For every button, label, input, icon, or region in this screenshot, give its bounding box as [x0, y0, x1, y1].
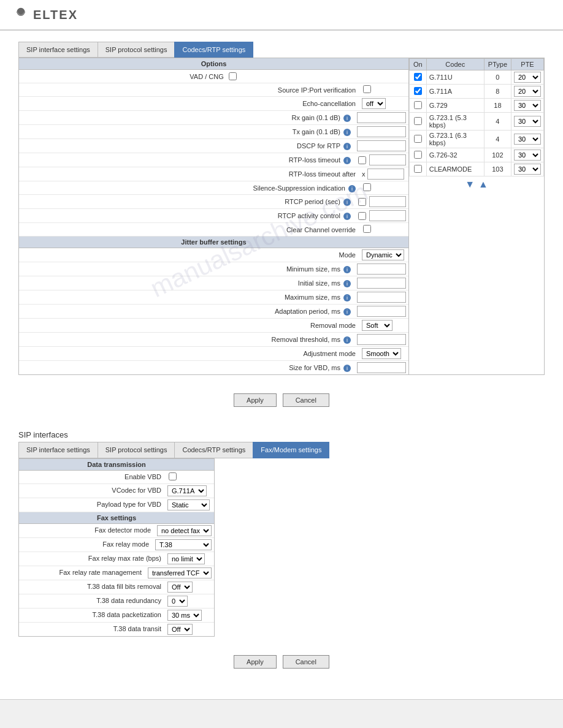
fax-relay-select[interactable]: T.38 Pass-through	[155, 539, 212, 550]
codec-checkbox-6[interactable]	[414, 165, 422, 173]
tab-codecs-rtp-2[interactable]: Codecs/RTP settings	[174, 442, 253, 458]
t38-packet-select[interactable]: 30 ms 10 ms 20 ms	[167, 610, 202, 621]
payload-row: Payload type for VBD Static Dynamic	[19, 498, 214, 512]
enable-vbd-checkbox[interactable]	[169, 472, 177, 480]
codec-checkbox-1[interactable]	[414, 87, 422, 95]
rtp-loss-info-icon[interactable]: i	[343, 157, 351, 164]
rx-gain-info-icon[interactable]: i	[343, 115, 351, 122]
codec-checkbox-5[interactable]	[414, 151, 422, 159]
mode-select[interactable]: Dynamic Static Adaptive	[362, 249, 404, 260]
t38-redund-select[interactable]: 0 1 2	[167, 596, 188, 607]
tab-sip-interface-1[interactable]: SIP interface settings	[18, 42, 98, 58]
section2-button-row: Apply Cancel	[18, 649, 545, 675]
size-vbd-input[interactable]: 0	[357, 362, 406, 373]
fax-relay-max-select[interactable]: no limit 2400 4800 9600 14400	[167, 553, 205, 564]
rtcp-period-checkbox[interactable]	[358, 198, 366, 206]
fax-relay-rate-select[interactable]: transferred TCF local TCF	[148, 567, 212, 578]
init-size-input[interactable]: 0	[357, 278, 406, 289]
fax-detector-select[interactable]: no detect fax detect fax	[157, 525, 212, 536]
adapt-period-label: Adaptation period, ms i	[19, 306, 354, 317]
dscp-info-icon[interactable]: i	[343, 143, 351, 150]
size-vbd-info-icon[interactable]: i	[343, 365, 351, 372]
init-size-row: Initial size, ms i 0	[19, 276, 408, 290]
payload-select[interactable]: Static Dynamic	[167, 499, 210, 510]
tx-gain-info-icon[interactable]: i	[343, 129, 351, 136]
rtcp-activity-input[interactable]: 0	[369, 210, 406, 221]
section2-cancel-button[interactable]: Cancel	[283, 655, 329, 669]
removal-threshold-input[interactable]: 500	[357, 334, 406, 345]
tab-sip-interface-2[interactable]: SIP interface settings	[18, 442, 98, 458]
codec-pte-select-4[interactable]: 20304060	[514, 134, 541, 145]
mode-row: Mode Dynamic Static Adaptive	[19, 248, 408, 262]
tab-codecs-rtp-1[interactable]: Codecs/RTP settings	[174, 42, 253, 58]
tx-gain-input[interactable]: 0	[357, 126, 406, 137]
tab-fax-modem[interactable]: Fax/Modem settings	[253, 442, 329, 458]
codec-checkbox-0[interactable]	[414, 73, 422, 81]
section1-cancel-button[interactable]: Cancel	[283, 393, 329, 407]
tab-sip-protocol-1[interactable]: SIP protocol settings	[98, 42, 175, 58]
rtp-loss-after-input[interactable]: 0	[367, 169, 404, 180]
enable-vbd-row: Enable VBD	[19, 471, 214, 484]
codec-pte-select-0[interactable]: 20304060	[514, 72, 541, 83]
t38-packet-row: T.38 data packetization 30 ms 10 ms 20 m…	[19, 609, 214, 623]
silence-checkbox[interactable]	[363, 183, 371, 191]
rtcp-activity-checkbox[interactable]	[358, 212, 366, 220]
codec-pte-select-2[interactable]: 20304060	[514, 100, 541, 111]
rtcp-period-label: RTCP period (sec) i	[19, 196, 354, 207]
t38-transit-select[interactable]: Off On	[167, 624, 193, 635]
codec-pte-select-3[interactable]: 20304060	[514, 116, 541, 127]
codec-checkbox-3[interactable]	[414, 117, 422, 125]
codec-pte-select-5[interactable]: 20304060	[514, 150, 541, 161]
dscp-input[interactable]: 0	[357, 140, 406, 151]
section2-apply-button[interactable]: Apply	[234, 655, 277, 669]
codec-name-4: G.723.1 (6.3 kbps)	[426, 131, 484, 148]
codec-name-3: G.723.1 (5.3 kbps)	[426, 113, 484, 131]
removal-threshold-info-icon[interactable]: i	[343, 336, 351, 344]
max-size-input[interactable]: 200	[357, 292, 406, 303]
sip-section-title: SIP interfaces	[18, 425, 545, 442]
vcodec-select[interactable]: G.711A G.711U	[167, 485, 207, 496]
t38-fill-select[interactable]: Off On	[167, 582, 193, 593]
tab-sip-protocol-2[interactable]: SIP protocol settings	[98, 442, 175, 458]
echo-select[interactable]: off on	[362, 98, 386, 109]
adapt-period-info-icon[interactable]: i	[343, 308, 351, 316]
codec-checkbox-4[interactable]	[414, 135, 422, 143]
codec-row-1: G.711A820304060	[410, 85, 544, 99]
min-size-info-icon[interactable]: i	[343, 266, 351, 273]
codec-name-2: G.729	[426, 99, 484, 113]
rtcp-activity-row: RTCP activity control i 0	[19, 209, 408, 223]
codec-checkbox-2[interactable]	[414, 101, 422, 109]
rx-gain-input[interactable]: 0	[357, 112, 406, 123]
removal-mode-select[interactable]: Soft Hard	[362, 320, 393, 331]
silence-info-icon[interactable]: i	[348, 185, 356, 192]
rtp-loss-input[interactable]: 0	[369, 154, 406, 165]
rtcp-period-input[interactable]: 0	[369, 196, 406, 207]
rtcp-activity-info-icon[interactable]: i	[343, 213, 351, 220]
source-ip-checkbox[interactable]	[363, 85, 371, 93]
echo-row: Echo-cancellation off on	[19, 97, 408, 111]
codec-pte-select-6[interactable]: 20304060	[514, 164, 541, 175]
echo-label: Echo-cancellation	[19, 98, 359, 109]
vad-cng-checkbox[interactable]	[229, 72, 237, 80]
codec-ptype-1: 8	[484, 85, 511, 99]
min-size-input[interactable]: 0	[357, 264, 406, 275]
rtcp-period-info-icon[interactable]: i	[343, 199, 351, 206]
rtcp-activity-label: RTCP activity control i	[19, 210, 354, 221]
clear-channel-checkbox[interactable]	[363, 225, 371, 233]
fax-detector-row: Fax detector mode no detect fax detect f…	[19, 524, 214, 538]
max-size-info-icon[interactable]: i	[343, 294, 351, 301]
codec-down-arrow[interactable]: ▲	[478, 179, 488, 190]
t38-redund-label: T.38 data redundancy	[19, 595, 165, 606]
init-size-info-icon[interactable]: i	[343, 280, 351, 287]
vad-cng-row: VAD / CNG	[19, 70, 408, 83]
adapt-period-input[interactable]: 10000	[357, 306, 406, 317]
section1-apply-button[interactable]: Apply	[234, 393, 277, 407]
adjustment-mode-select[interactable]: Smooth Fast	[362, 348, 401, 359]
codec-row-0: G.711U020304060	[410, 70, 544, 85]
codec-pte-select-1[interactable]: 20304060	[514, 86, 541, 97]
codec-row-3: G.723.1 (5.3 kbps)420304060	[410, 113, 544, 131]
codec-up-arrow[interactable]: ▼	[465, 179, 475, 190]
max-size-label: Maximum size, ms i	[19, 292, 354, 303]
rtp-loss-checkbox[interactable]	[358, 156, 366, 164]
rx-gain-row: Rx gain (0.1 dB) i 0	[19, 111, 408, 125]
